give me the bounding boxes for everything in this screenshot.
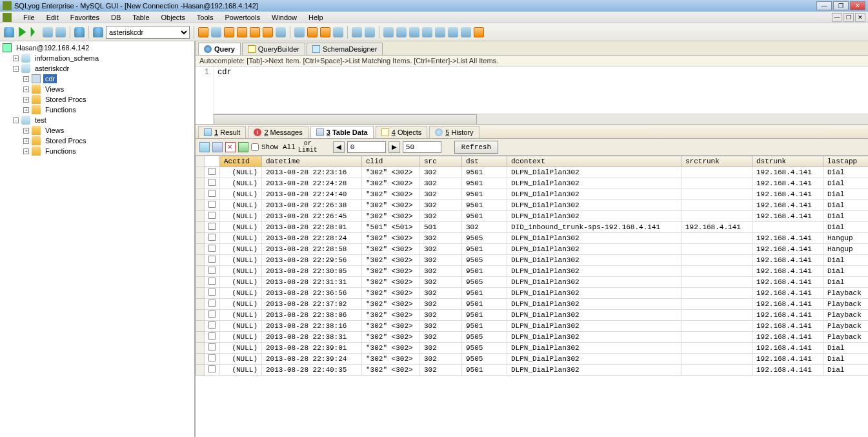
cell[interactable]: 192.168.4.141 [752, 266, 823, 277]
tree-expander[interactable]: + [23, 148, 29, 154]
tree-item[interactable]: +Functions [0, 146, 194, 156]
table-row[interactable]: (NULL)2013-08-28 22:28:01"501" <501>5013… [196, 222, 869, 233]
row-selector[interactable] [196, 200, 205, 211]
cell[interactable] [681, 233, 752, 244]
cell[interactable]: DLPN_DialPlan302 [507, 299, 681, 310]
row-checkbox[interactable] [208, 223, 216, 230]
cell[interactable]: Dial [823, 365, 869, 376]
show-all-checkbox[interactable] [251, 143, 259, 151]
row-checkbox[interactable] [208, 179, 216, 186]
tool-icon[interactable] [237, 27, 247, 37]
cell[interactable]: Dial [823, 222, 869, 233]
cell[interactable]: 192.168.4.141 [752, 365, 823, 376]
cell[interactable]: 302 [420, 200, 462, 211]
cell[interactable] [681, 365, 752, 376]
cell[interactable]: 2013-08-28 22:39:24 [262, 354, 362, 365]
tab-objects[interactable]: 4 Objects [376, 126, 427, 138]
cell[interactable]: 302 [420, 365, 462, 376]
table-row[interactable]: (NULL)2013-08-28 22:28:58"302" <302>3029… [196, 244, 869, 255]
column-header[interactable]: AcctId [220, 156, 262, 167]
cell[interactable]: 9505 [462, 343, 507, 354]
cell[interactable]: 302 [420, 167, 462, 178]
cell[interactable]: (NULL) [220, 332, 262, 343]
row-selector[interactable] [196, 233, 205, 244]
column-header[interactable]: dcontext [507, 156, 681, 167]
cell[interactable] [681, 266, 752, 277]
cell[interactable]: Playback [823, 288, 869, 299]
cell[interactable]: 192.168.4.141 [752, 211, 823, 222]
delete-row-icon[interactable] [225, 142, 236, 152]
cell[interactable]: 9501 [462, 211, 507, 222]
tool-icon[interactable] [422, 27, 432, 37]
cell[interactable]: (NULL) [220, 255, 262, 266]
cell[interactable]: 2013-08-28 22:26:45 [262, 211, 362, 222]
cell[interactable]: DLPN_DialPlan302 [507, 288, 681, 299]
tool-icon[interactable] [263, 27, 273, 37]
row-checkbox[interactable] [208, 267, 216, 274]
row-selector[interactable] [196, 255, 205, 266]
cell[interactable]: "302" <302> [362, 255, 420, 266]
tree-item[interactable]: +Functions [0, 105, 194, 115]
cell[interactable]: Dial [823, 343, 869, 354]
cell[interactable]: "302" <302> [362, 288, 420, 299]
row-checkbox[interactable] [208, 278, 216, 285]
cell[interactable]: "302" <302> [362, 266, 420, 277]
column-header[interactable]: clid [362, 156, 420, 167]
cell[interactable]: 302 [420, 266, 462, 277]
cell[interactable]: DLPN_DialPlan302 [507, 343, 681, 354]
row-checkbox[interactable] [208, 256, 216, 263]
row-selector[interactable] [196, 321, 205, 332]
cell[interactable]: DLPN_DialPlan302 [507, 255, 681, 266]
cell[interactable] [681, 321, 752, 332]
cell[interactable] [681, 200, 752, 211]
execute-query-icon[interactable] [17, 27, 27, 37]
minimize-button[interactable]: — [816, 1, 832, 10]
mdi-restore-button[interactable]: ❐ [843, 13, 854, 22]
row-checkbox[interactable] [208, 168, 216, 175]
cell[interactable]: "302" <302> [362, 211, 420, 222]
cell[interactable] [681, 178, 752, 189]
cell[interactable]: Hangup [823, 244, 869, 255]
cell[interactable]: 192.168.4.141 [752, 288, 823, 299]
cell[interactable] [752, 222, 823, 233]
cell[interactable]: 2013-08-28 22:38:16 [262, 321, 362, 332]
cell[interactable]: "302" <302> [362, 189, 420, 200]
cell[interactable]: DID_inbound_trunk-sps-192.168.4.141 [507, 222, 681, 233]
cell[interactable]: 302 [420, 178, 462, 189]
row-selector[interactable] [196, 178, 205, 189]
tab-messages[interactable]: i 2 Messages [248, 126, 308, 138]
row-checkbox[interactable] [208, 201, 216, 208]
cell[interactable]: 192.168.4.141 [752, 277, 823, 288]
cell[interactable]: (NULL) [220, 200, 262, 211]
cell[interactable]: 2013-08-28 22:23:16 [262, 167, 362, 178]
cell[interactable]: Playback [823, 299, 869, 310]
cell[interactable]: DLPN_DialPlan302 [507, 200, 681, 211]
row-selector[interactable] [196, 211, 205, 222]
cell[interactable]: DLPN_DialPlan302 [507, 233, 681, 244]
execute-all-icon[interactable] [30, 27, 40, 37]
cell[interactable]: 192.168.4.141 [752, 189, 823, 200]
tab-query[interactable]: Query [198, 43, 241, 55]
table-row[interactable]: (NULL)2013-08-28 22:31:31"302" <302>3029… [196, 277, 869, 288]
tab-schemadesigner[interactable]: SchemaDesigner [307, 43, 383, 55]
sql-editor[interactable]: 1 cdr [196, 66, 868, 125]
cell[interactable]: 9501 [462, 299, 507, 310]
cell[interactable]: "302" <302> [362, 200, 420, 211]
cell[interactable]: 9501 [462, 321, 507, 332]
cell[interactable]: DLPN_DialPlan302 [507, 178, 681, 189]
row-checkbox[interactable] [208, 310, 216, 318]
cell[interactable]: 2013-08-28 22:24:40 [262, 189, 362, 200]
cell[interactable]: 2013-08-28 22:37:02 [262, 299, 362, 310]
offset-input[interactable] [347, 141, 386, 153]
cell[interactable] [681, 255, 752, 266]
cell[interactable]: 302 [420, 211, 462, 222]
table-row[interactable]: (NULL)2013-08-28 22:24:40"302" <302>3029… [196, 189, 869, 200]
cell[interactable]: (NULL) [220, 167, 262, 178]
cell[interactable]: DLPN_DialPlan302 [507, 211, 681, 222]
maximize-button[interactable]: ❐ [833, 1, 849, 10]
cell[interactable]: 302 [420, 310, 462, 321]
row-checkbox[interactable] [208, 300, 216, 307]
tool-icon[interactable] [320, 27, 330, 37]
cell[interactable] [681, 343, 752, 354]
cell[interactable]: "302" <302> [362, 244, 420, 255]
